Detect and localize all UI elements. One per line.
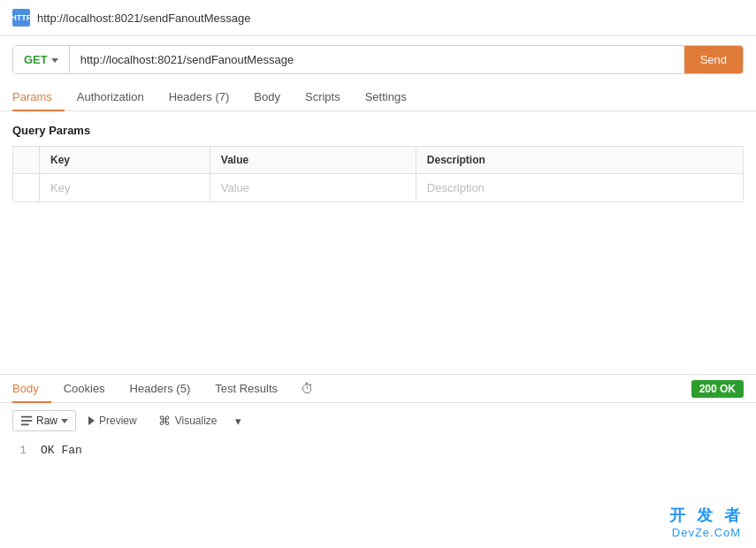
- response-toolbar: Raw Preview ⌘ Visualize ▾: [0, 403, 756, 438]
- url-input[interactable]: [70, 46, 684, 73]
- preview-button[interactable]: Preview: [80, 411, 146, 430]
- raw-button[interactable]: Raw: [12, 410, 76, 431]
- response-tabs-row: Body Cookies Headers (5) Test Results ⏱ …: [0, 375, 756, 403]
- response-tab-headers[interactable]: Headers (5): [118, 375, 203, 402]
- response-body: 1 OK Fan: [0, 438, 756, 462]
- main-content: Query Params Key Value Description Key V…: [0, 111, 756, 215]
- history-icon[interactable]: ⏱: [301, 381, 314, 396]
- value-cell[interactable]: Value: [210, 174, 416, 202]
- raw-icon: [20, 415, 33, 427]
- query-params-title: Query Params: [12, 124, 744, 137]
- tab-settings[interactable]: Settings: [353, 83, 419, 110]
- table-row: Key Value Description: [13, 174, 744, 202]
- preview-label: Preview: [99, 415, 137, 427]
- send-button[interactable]: Send: [684, 46, 743, 73]
- response-tab-cookies[interactable]: Cookies: [51, 375, 118, 402]
- description-cell[interactable]: Description: [416, 174, 743, 202]
- response-tab-body[interactable]: Body: [12, 375, 51, 402]
- tab-authorization[interactable]: Authorization: [65, 83, 157, 110]
- more-button[interactable]: ▾: [230, 411, 247, 431]
- status-badge: 200 OK: [691, 380, 744, 398]
- visualize-button[interactable]: ⌘ Visualize: [149, 410, 226, 431]
- params-table: Key Value Description Key Value Descript…: [12, 146, 744, 202]
- key-col-header: Key: [40, 147, 210, 174]
- method-selector[interactable]: GET: [13, 46, 70, 73]
- raw-chevron-icon: [61, 419, 68, 423]
- http-icon: HTTP: [12, 9, 30, 27]
- visualize-label: Visualize: [175, 415, 218, 427]
- response-line: 1 OK Fan: [12, 444, 744, 457]
- top-bar-url: http://localhost:8021/sendFanoutMessage: [37, 11, 250, 25]
- top-bar: HTTP http://localhost:8021/sendFanoutMes…: [0, 0, 756, 36]
- visualize-icon: ⌘: [158, 414, 171, 428]
- value-col-header: Value: [210, 147, 416, 174]
- tab-params[interactable]: Params: [12, 83, 65, 110]
- response-section: Body Cookies Headers (5) Test Results ⏱ …: [0, 374, 756, 462]
- request-tabs: Params Authorization Headers (7) Body Sc…: [0, 83, 756, 111]
- checkbox-col-header: [13, 147, 40, 174]
- play-icon: [88, 416, 95, 425]
- response-tab-test-results[interactable]: Test Results: [202, 375, 290, 402]
- tab-headers[interactable]: Headers (7): [157, 83, 242, 110]
- response-content: OK Fan: [41, 444, 82, 457]
- key-cell[interactable]: Key: [40, 174, 210, 202]
- tab-body[interactable]: Body: [241, 83, 293, 110]
- line-number: 1: [12, 444, 27, 457]
- url-bar: GET Send: [12, 45, 744, 74]
- description-col-header: Description: [416, 147, 743, 174]
- tab-scripts[interactable]: Scripts: [293, 83, 353, 110]
- chevron-down-icon: [51, 58, 58, 63]
- row-checkbox: [13, 174, 40, 202]
- raw-label: Raw: [36, 415, 57, 427]
- method-label: GET: [24, 53, 48, 66]
